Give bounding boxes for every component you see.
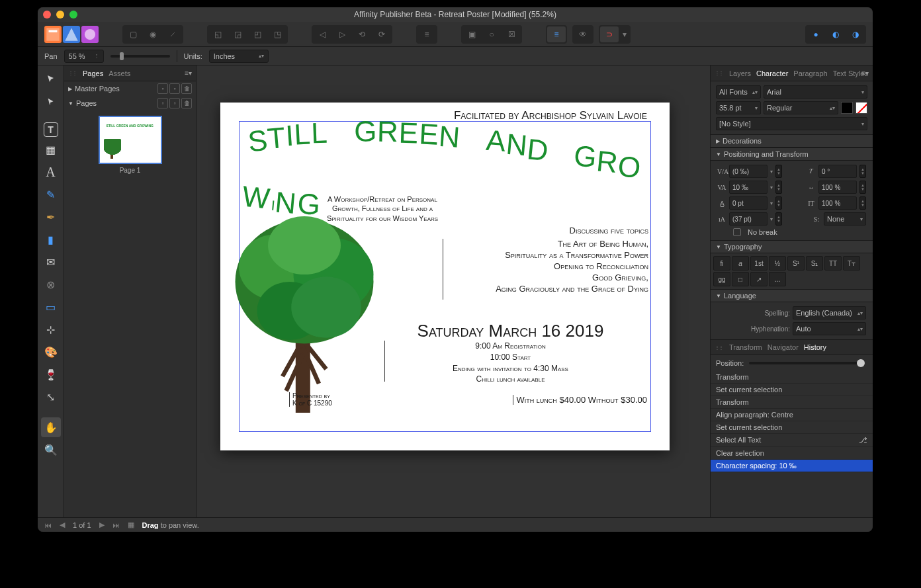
- leading-input[interactable]: (37 pt): [729, 212, 768, 226]
- canvas[interactable]: Facilitated by Archbishop Sylvain Lavoie…: [197, 65, 710, 517]
- history-slider[interactable]: [749, 362, 865, 364]
- history-item[interactable]: Set current selection: [711, 384, 873, 396]
- align-button[interactable]: ◰: [248, 26, 267, 42]
- pan-tool[interactable]: ✋: [41, 417, 61, 437]
- document-page[interactable]: Facilitated by Archbishop Sylvain Lavoie…: [220, 103, 670, 450]
- units-select[interactable]: Inches▴▾: [209, 50, 269, 63]
- ligatures-button[interactable]: fi: [713, 256, 730, 271]
- alternates-button[interactable]: a: [732, 256, 749, 271]
- text-bg-swatch[interactable]: [855, 102, 867, 114]
- smallcaps-button[interactable]: Tᴛ: [843, 256, 860, 271]
- text-color-swatch[interactable]: [841, 102, 853, 114]
- panel-menu-button[interactable]: ≡▾: [185, 69, 192, 77]
- page-layout-icon[interactable]: ▦: [128, 521, 134, 529]
- table-tool[interactable]: ▦: [41, 140, 61, 159]
- history-item[interactable]: Transform: [711, 371, 873, 384]
- character-tab[interactable]: Character: [756, 69, 788, 77]
- delete-page-button[interactable]: 🗑: [181, 98, 192, 108]
- kerning-input[interactable]: 10 ‰: [729, 181, 768, 194]
- textwrap-button[interactable]: ○: [482, 26, 501, 42]
- toolbar-button[interactable]: ▢: [124, 26, 142, 42]
- rectangle-tool[interactable]: ▮: [41, 230, 61, 249]
- align-button[interactable]: ◳: [268, 26, 286, 42]
- tracking-input[interactable]: (0 ‰): [729, 165, 768, 178]
- close-window-button[interactable]: [43, 11, 51, 19]
- flip-vertical-button[interactable]: ▷: [333, 26, 351, 42]
- typography-button[interactable]: ↗: [750, 272, 768, 286]
- shear-mode-select[interactable]: None▾: [824, 212, 866, 226]
- hyphenation-select[interactable]: Auto▴▾: [793, 322, 866, 335]
- leading-stepper[interactable]: ▲▼: [775, 212, 782, 226]
- photo-persona-button[interactable]: [81, 26, 99, 43]
- text-style-select[interactable]: [No Style]▾: [716, 117, 867, 130]
- view-mode-button[interactable]: ●: [807, 26, 825, 42]
- history-item[interactable]: Clear selection: [711, 447, 873, 460]
- toolbar-button[interactable]: ⟋: [163, 26, 182, 42]
- panel-menu-button[interactable]: ≡▾: [861, 69, 869, 77]
- ordinals-button[interactable]: 1st: [750, 256, 768, 271]
- page-1-thumbnail[interactable]: STILL GREEN AND GROWING: [99, 116, 162, 164]
- transparency-tool[interactable]: 🍷: [41, 364, 61, 384]
- history-item[interactable]: Align paragraph: Centre: [711, 409, 873, 421]
- color-picker-tool[interactable]: 🎨: [41, 342, 61, 362]
- font-weight-select[interactable]: Regular▴▾: [764, 101, 838, 114]
- allcaps-button[interactable]: TT: [824, 256, 842, 271]
- first-page-button[interactable]: ⏮: [44, 521, 52, 529]
- hscale-stepper[interactable]: ▲▼: [859, 181, 866, 194]
- rotate-button[interactable]: ⟲: [353, 26, 371, 42]
- last-page-button[interactable]: ⏭: [112, 521, 120, 529]
- eyedropper-tool[interactable]: ⤡: [41, 387, 61, 407]
- toolbar-button[interactable]: ≡: [417, 26, 436, 42]
- shape-tool[interactable]: ✉: [41, 252, 61, 272]
- next-page-button[interactable]: ▶: [99, 521, 105, 529]
- hscale-input[interactable]: 100 %: [818, 181, 857, 194]
- pages-row[interactable]: ▼Pages ▫▫🗑: [64, 96, 196, 110]
- history-item-current[interactable]: Character spacing: 10 ‰: [711, 460, 873, 472]
- history-tab[interactable]: History: [804, 343, 826, 351]
- preview-button[interactable]: 👁: [574, 26, 592, 42]
- paragraph-tab[interactable]: Paragraph: [793, 69, 827, 77]
- font-family-select[interactable]: Arial▾: [764, 85, 867, 99]
- fractions-button[interactable]: ½: [769, 256, 786, 271]
- history-item[interactable]: Transform: [711, 396, 873, 409]
- picture-frame-tool[interactable]: ▭: [41, 297, 61, 317]
- baseline-input[interactable]: 0 pt: [729, 196, 768, 210]
- crop-tool[interactable]: ⊹: [41, 319, 61, 339]
- publisher-persona-button[interactable]: [44, 26, 62, 43]
- typography-more-button[interactable]: ...: [769, 272, 786, 286]
- baseline-stepper[interactable]: ▲▼: [775, 196, 782, 210]
- positioning-section-header[interactable]: ▼Positioning and Transform: [711, 147, 873, 161]
- shear-input[interactable]: 0 °: [818, 165, 857, 178]
- transform-tab[interactable]: Transform: [729, 343, 762, 351]
- frame-text-tool[interactable]: T: [44, 122, 58, 137]
- prev-page-button[interactable]: ◀: [60, 521, 65, 529]
- pencil-tool[interactable]: ✒: [41, 207, 61, 227]
- add-page-button[interactable]: ▫: [157, 98, 168, 108]
- spelling-select[interactable]: English (Canada)▴▾: [793, 306, 866, 319]
- shear-stepper[interactable]: ▲▼: [859, 165, 866, 178]
- snap-dropdown[interactable]: ▾: [620, 26, 629, 42]
- artistic-text-tool[interactable]: A: [41, 162, 61, 182]
- history-item[interactable]: Select All Text⎇: [711, 434, 873, 447]
- rotate-button[interactable]: ⟳: [373, 26, 391, 42]
- superscript-button[interactable]: S¹: [787, 256, 805, 271]
- zoom-tool[interactable]: 🔍: [41, 440, 61, 460]
- kerning-stepper[interactable]: ▲▼: [775, 181, 782, 194]
- designer-persona-button[interactable]: [63, 26, 80, 43]
- master-pages-row[interactable]: ▶Master Pages ▫▫🗑: [64, 81, 196, 96]
- add-master-button[interactable]: ▫: [157, 83, 168, 94]
- pen-tool[interactable]: ✎: [41, 185, 61, 204]
- textwrap-button[interactable]: ▣: [462, 26, 481, 42]
- textwrap-button[interactable]: ☒: [502, 26, 521, 42]
- align-button[interactable]: ◲: [228, 26, 247, 42]
- assets-tab[interactable]: Assets: [109, 69, 130, 77]
- typography-section-header[interactable]: ▼Typography: [711, 240, 873, 253]
- pages-tab[interactable]: Pages: [83, 69, 103, 77]
- navigator-tab[interactable]: Navigator: [768, 343, 799, 351]
- subscript-button[interactable]: S₁: [806, 256, 823, 271]
- view-mode-button[interactable]: ◑: [846, 26, 865, 42]
- font-filter-select[interactable]: All Fonts▴▾: [716, 85, 761, 99]
- decorations-section-header[interactable]: ▶Decorations: [711, 134, 873, 147]
- zoom-window-button[interactable]: [69, 11, 77, 19]
- page-options-button[interactable]: ▫: [169, 98, 180, 108]
